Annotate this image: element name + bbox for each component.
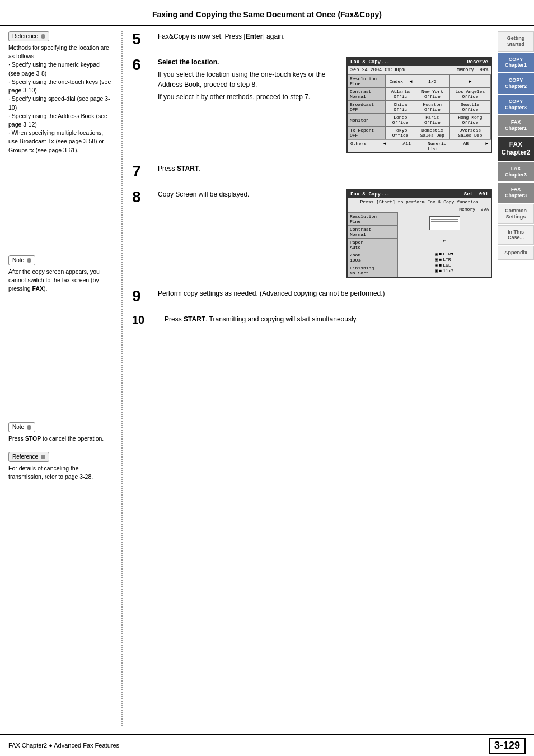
- fax-row-3-c3: SeattleOffice: [449, 101, 490, 114]
- fax-row-4-c2: ParisOffice: [415, 114, 450, 127]
- copy-status-bar: Press [Start] to perform Fax & Copy func…: [348, 198, 491, 206]
- tab-appendix[interactable]: Appendix: [498, 246, 534, 260]
- fax-row-3-c2: HoustonOffice: [415, 101, 450, 114]
- copy-memory: Memory 99%: [348, 206, 491, 212]
- copy-doc-visual: [429, 216, 460, 230]
- step-10-number: 10: [132, 314, 160, 325]
- tab-fax-ch3b[interactable]: FAXChapter3: [498, 183, 534, 203]
- fax-reserve-label: Reserve: [467, 59, 488, 65]
- step-6-number: 6: [132, 57, 153, 73]
- fax-ab: AB: [463, 141, 469, 151]
- fax-row-5-c3: OverseasSales Dep: [449, 127, 490, 139]
- copy-zoom-label: Zoom100%: [348, 251, 398, 264]
- left-sidebar: Reference Methods for specifying the loc…: [0, 26, 118, 726]
- fax-numeric-list: NumericList: [428, 141, 447, 151]
- copy-screen-title: Fax & Copy...: [350, 192, 390, 197]
- step-9-number: 9: [132, 288, 153, 304]
- step-6-content: Select the location. If you select the l…: [158, 57, 341, 104]
- main-content: 5 Fax&Copy is now set. Press [Enter] aga…: [127, 26, 498, 726]
- fax-date: Sep 24 2004 01:30pm: [350, 67, 405, 73]
- copy-settings-table: ResolutionFine ContrastNormal PaperAuto …: [348, 212, 398, 277]
- fax-all: All: [403, 141, 411, 151]
- note-badge-1: Note: [8, 255, 35, 265]
- tab-common-settings[interactable]: CommonSettings: [498, 204, 534, 224]
- copy-paper-4: ▣: [435, 268, 438, 273]
- copy-paper-3: ▣: [435, 263, 438, 268]
- step-8-number: 8: [132, 189, 153, 205]
- reference-2-text: For details of canceling the transmissio…: [8, 464, 112, 481]
- copy-finish-label: FinishingNo Sort: [348, 264, 398, 277]
- fax-row-4-c1: LondoOffice: [386, 114, 415, 127]
- right-sidebar-nav: GettingStarted COPYChapter1 COPYChapter2…: [498, 26, 534, 726]
- fax-row-5-label: Tx ReportOFF: [348, 127, 386, 139]
- tab-copy-ch1[interactable]: COPYChapter1: [498, 53, 534, 73]
- copy-paper-label: PaperAuto: [348, 239, 398, 251]
- note-dot-1: [27, 258, 31, 263]
- step-10: 10 Press START. Transmitting and copying…: [132, 314, 492, 325]
- fax-row-3-c1: ChicaOffic: [386, 101, 415, 114]
- step-5: 5 Fax&Copy is now set. Press [Enter] aga…: [132, 31, 492, 47]
- fax-row-4-c3: Hong KongOffice: [449, 114, 490, 127]
- header-title: Faxing and Copying the Same Document at …: [152, 10, 382, 19]
- fax-bottom-bar: Others ◄ All NumericList AB ►: [348, 139, 491, 152]
- fax-row-2-c3: Los AngelesOffice: [449, 88, 490, 101]
- copy-contrast-label: ContrastNormal: [348, 226, 398, 239]
- step-5-content: Fax&Copy is now set. Press [Enter] again…: [158, 31, 492, 41]
- fax-screen-title: Fax & Copy...: [350, 59, 390, 65]
- step-9-content: Perform copy settings as needed. (Advanc…: [158, 288, 492, 298]
- reference-badge-1: Reference: [8, 31, 49, 41]
- note-1-text: After the copy screen appears, you canno…: [8, 268, 112, 293]
- fax-copy-screen: Fax & Copy... Reserve Sep 24 2004 01:30p…: [346, 57, 492, 153]
- tab-getting-started[interactable]: GettingStarted: [498, 31, 534, 52]
- copy-set-label: Set 001: [464, 192, 488, 197]
- tab-copy-ch3[interactable]: COPYChapter3: [498, 95, 534, 115]
- note-section-1: Note After the copy screen appears, you …: [8, 255, 112, 293]
- reference-section-1: Reference Methods for specifying the loc…: [8, 31, 112, 155]
- step-5-number: 5: [132, 31, 153, 47]
- fax-row-2-label: ContrastNormal: [348, 88, 386, 101]
- tab-fax-ch1[interactable]: FAXChapter1: [498, 115, 534, 136]
- step-10-content: Press START. Transmitting and copying wi…: [165, 314, 492, 324]
- copy-paper-tray: ⇐ ▣ ■ LTR▼ ▣ ■: [398, 212, 491, 277]
- page-title: Faxing and Copying the Same Document at …: [0, 0, 534, 26]
- tab-in-this-case[interactable]: In ThisCase...: [498, 225, 534, 245]
- fax-arrow-l: ◄: [383, 141, 386, 151]
- note-dot-2: [27, 425, 31, 430]
- reference-badge-2: Reference: [8, 452, 49, 462]
- tab-copy-ch2[interactable]: COPYChapter2: [498, 73, 534, 94]
- copy-paper-1: ▣: [435, 251, 438, 256]
- fax-row-1-c1: Index: [386, 75, 407, 88]
- fax-copy-display: Fax & Copy... Reserve Sep 24 2004 01:30p…: [346, 57, 492, 153]
- fax-others: Others: [350, 141, 367, 151]
- copy-screen-display: Fax & Copy... Set 001 Press [Start] to p…: [346, 189, 492, 278]
- footer-page-number: 3-129: [489, 738, 526, 754]
- step-7: 7 Press START.: [132, 164, 492, 179]
- step-8-row: 8 Copy Screen will be displayed. Fax & C…: [132, 189, 492, 278]
- note-section-2: Note Press STOP to cancel the operation.: [8, 422, 112, 443]
- fax-arrow-r: ►: [485, 141, 488, 151]
- copy-display: Fax & Copy... Set 001 Press [Start] to p…: [346, 189, 492, 278]
- fax-row-2-c1: AtlantaOffic: [386, 88, 415, 101]
- tab-fax-ch2[interactable]: FAXChapter2: [498, 137, 534, 161]
- step-7-content: Press START.: [158, 164, 492, 174]
- note-badge-2: Note: [8, 422, 35, 432]
- tab-fax-ch3a[interactable]: FAXChapter3: [498, 162, 534, 182]
- footer-text: FAX Chapter2 ● Advanced Fax Features: [8, 742, 119, 749]
- reference-1-text: Methods for specifying the location are …: [8, 44, 112, 155]
- copy-arrow-indicator: ⇐: [443, 237, 446, 244]
- fax-row-1-arrow-r: ►: [449, 75, 490, 88]
- reference-section-2: Reference For details of canceling the t…: [8, 452, 112, 481]
- fax-row-4-label: Monitor: [348, 114, 386, 127]
- page-footer: FAX Chapter2 ● Advanced Fax Features 3-1…: [0, 734, 534, 756]
- fax-memory: Memory 99%: [457, 67, 488, 73]
- step-8-content: Copy Screen will be displayed.: [158, 189, 341, 199]
- fax-row-2-c2: New YorkOffice: [415, 88, 450, 101]
- dot-separator: [118, 26, 127, 726]
- copy-paper-2: ▣: [435, 257, 438, 262]
- fax-row-1-label: ResolutionFine: [348, 75, 386, 88]
- copy-res-label: ResolutionFine: [348, 213, 398, 226]
- fax-copy-table: ResolutionFine Index ◄ 1/2 ► ContrastNor…: [348, 74, 491, 139]
- fax-row-5-c1: TokyoOffice: [386, 127, 415, 139]
- fax-row-5-c2: DomesticSales Dep: [415, 127, 450, 139]
- step-9: 9 Perform copy settings as needed. (Adva…: [132, 288, 492, 304]
